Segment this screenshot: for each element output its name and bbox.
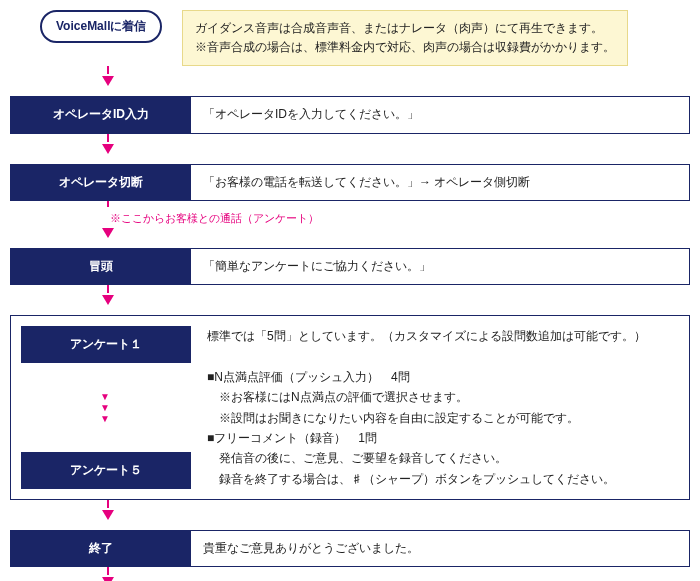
survey-b1-l2: ※設問はお聞きになりたい内容を自由に設定することが可能です。	[207, 408, 679, 428]
survey-b1-title: ■N点満点評価（プッシュ入力） 4問	[207, 367, 679, 387]
guidance-note-line2: ※音声合成の場合は、標準料金内で対応、肉声の場合は収録費がかかります。	[195, 38, 615, 57]
flow-arrow-icon	[102, 510, 114, 520]
flow-arrow-icon	[102, 295, 114, 305]
step-label: オペレータID入力	[11, 97, 191, 132]
survey-b1-l1: ※お客様にはN点満点の評価で選択させます。	[207, 387, 679, 407]
step-desc: 「簡単なアンケートにご協力ください。」	[191, 249, 689, 284]
survey-b2-l1: 発信音の後に、ご意見、ご要望を録音してください。	[207, 448, 679, 468]
step-desc: 「お客様の電話を転送してください。」→ オペレータ側切断	[191, 165, 689, 200]
survey-desc: 標準では「5問」としています。（カスタマイズによる設問数追加は可能です。） ■N…	[207, 326, 679, 489]
guidance-note: ガイダンス音声は合成音声音、またはナレータ（肉声）にて再生できます。 ※音声合成…	[182, 10, 628, 66]
step-operator-id: オペレータID入力 「オペレータIDを入力してください。」	[10, 96, 690, 133]
step-desc: 「オペレータIDを入力してください。」	[191, 97, 689, 132]
start-node: VoiceMallに着信	[40, 10, 162, 43]
transition-note: ※ここからお客様との通話（アンケート）	[110, 211, 690, 226]
step-intro: 冒頭 「簡単なアンケートにご協力ください。」	[10, 248, 690, 285]
step-operator-cut: オペレータ切断 「お客様の電話を転送してください。」→ オペレータ側切断	[10, 164, 690, 201]
flow-arrow-icon	[102, 144, 114, 154]
flow-arrow-icon	[102, 577, 114, 581]
flow-arrow-icon	[102, 76, 114, 86]
step-label: 冒頭	[11, 249, 191, 284]
survey-first-label: アンケート１	[21, 326, 191, 363]
flow-arrow-icon	[102, 228, 114, 238]
survey-head: 標準では「5問」としています。（カスタマイズによる設問数追加は可能です。）	[207, 326, 679, 346]
step-desc: 貴重なご意見ありがとうございました。	[191, 531, 689, 566]
survey-b2-l2: 録音を終了する場合は、♯（シャープ）ボタンをプッシュしてください。	[207, 469, 679, 489]
step-end: 終了 貴重なご意見ありがとうございました。	[10, 530, 690, 567]
survey-block: アンケート１ ▼▼▼ アンケート５ 標準では「5問」としています。（カスタマイズ…	[10, 315, 690, 500]
start-label: VoiceMallに着信	[56, 19, 146, 33]
survey-last-label: アンケート５	[21, 452, 191, 489]
guidance-note-line1: ガイダンス音声は合成音声音、またはナレータ（肉声）にて再生できます。	[195, 19, 615, 38]
step-label: 終了	[11, 531, 191, 566]
survey-ellipsis-icon: ▼▼▼	[21, 385, 191, 430]
survey-b2-title: ■フリーコメント（録音） 1問	[207, 428, 679, 448]
step-label: オペレータ切断	[11, 165, 191, 200]
